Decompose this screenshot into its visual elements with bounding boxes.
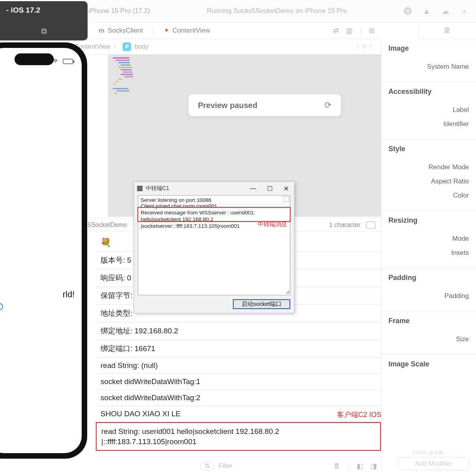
property-badge-icon: P [123,42,131,51]
inspector-section-frame: Frame Size [381,311,476,355]
inspector-row[interactable]: Label [388,103,469,117]
add-editor-icon[interactable]: ⊞ [369,26,375,35]
app-icon [137,186,143,191]
breadcrumb: ✦ ContentView 〉 P body 〈 ⊘ 〉 [61,39,381,55]
log-line: Server listening on port 10086 [141,197,287,203]
minimize-icon[interactable]: — [250,185,256,192]
trash-icon[interactable]: 🗑 [333,462,341,470]
inspector-toggle-cell[interactable]: 🗎 [418,22,476,39]
breadcrumb-item[interactable]: body [134,43,148,50]
nav-cancel-icon: ⊘ [362,42,367,51]
minimap-line [114,93,117,94]
inspector-section-title: Image [388,44,469,53]
inspector-row[interactable]: System Name [388,60,469,74]
file-icon: m [99,27,104,35]
warning-indicator-icon[interactable]: ▲ [423,7,430,16]
keyboard-icon[interactable] [366,221,375,229]
cloud-status-icon[interactable]: ☁ [441,6,449,16]
inspector-row[interactable]: Render Mode [388,160,469,174]
nav-forward-icon[interactable]: 〉 [369,42,375,51]
run-destination-pill[interactable]: - iOS 17.2 ⧉ [0,1,88,40]
minimap-line [124,76,133,77]
minimap-line [113,88,128,89]
dynamic-island [15,53,54,65]
tab-contentview[interactable]: ✦ ContentView [160,24,214,37]
panel-left-icon[interactable]: ◧ [357,462,363,470]
window-button-row: 启动socket端口 [134,295,294,313]
inspector-section-title: Style [388,145,469,153]
inspector-panel: Image System Name Accessibility Label Id… [381,39,476,472]
console-row-highlighted: read String: userid001 hello|socketclien… [96,422,381,451]
watermark: CSDN @沐枫 [412,449,444,456]
reload-icon[interactable]: ⟳ [324,100,331,110]
filter-pill-icon[interactable]: ⇅ [200,461,214,470]
minimap[interactable] [111,56,143,111]
columns-icon[interactable]: ▥ [346,26,353,35]
swift-file-icon: ✦ [164,26,169,35]
minimap-line [118,62,130,63]
inspector-row[interactable]: Mode [388,232,469,246]
breadcrumb-nav: 〈 ⊘ 〉 [353,42,375,51]
tab-separator [153,26,154,35]
wifi-icon: ᯤ [53,57,60,65]
inspector-section-title: Accessibility [388,88,469,96]
minimap-line [117,90,130,91]
inspector-section-title: Frame [388,317,469,325]
sync-icon[interactable]: ⇄ [333,26,339,35]
iphone-simulator-frame: ᯤ rld! [0,42,87,459]
start-socket-button[interactable]: 启动socket端口 [233,299,290,309]
tab-socksclient[interactable]: m SocksClient [95,24,147,37]
add-modifier-button[interactable]: Add Modifier [398,457,469,470]
console-filter-bar[interactable]: ⇅ Filter [200,461,233,470]
filter-label: Filter [219,463,233,470]
error-indicator-icon[interactable]: ✕ [404,7,412,15]
minimap-line [121,64,131,66]
close-icon[interactable]: ✕ [284,185,289,192]
panel-right-icon[interactable]: ◨ [370,462,377,470]
minimap-line [121,74,133,75]
battery-icon [63,59,73,64]
inspector-section-title: Resizing [388,216,469,225]
minimap-line [121,69,132,70]
minimap-line [118,67,132,68]
window-titlebar[interactable]: 中转端C1 — ☐ ✕ [134,182,294,195]
annotation-box-relay [137,207,291,222]
add-tab-icon[interactable]: ＋ [460,6,468,16]
chevron-right-icon: 〉 [113,42,119,51]
inspector-row[interactable]: Color [388,188,469,203]
inspector-row[interactable]: Insets [388,246,469,260]
status-left-label: ks5SocketDemo [81,221,127,229]
minimap-line [123,71,132,73]
window-title: 中转端C1 [146,185,169,192]
tab-label: ContentView [172,27,210,35]
toolbar-run-status: Running Socks5SocketDemo on iPhone 15 Pr… [150,7,404,15]
sim-globe-icon [0,303,3,310]
resize-grip-icon[interactable]: ◢ [286,289,289,294]
inspector-section-image-scale: Image Scale [381,355,476,383]
minimap-line [118,79,122,80]
toolbar-device-label: iPhone 15 Pro (17.2) [88,7,150,15]
inspector-section-style: Style Render Mode Aspect Ratio Color [381,139,476,211]
maximize-icon[interactable]: ☐ [267,185,273,192]
editor-tabbar: m SocksClient ✦ ContentView ⇄ ▥ | ⊞ [88,22,381,39]
toolbar-icon-group: ✕ ▲ ☁ ＋ [404,6,468,16]
console-row: read String: (null) [96,358,381,374]
inspector-row[interactable]: Size [388,332,469,346]
inspector-section-image: Image System Name [381,39,476,82]
nav-back-icon[interactable]: 〈 [353,42,359,51]
minimap-line [113,57,130,59]
iphone-simulator-screen[interactable]: ᯤ rld! [0,48,82,453]
inspector-section-title: Padding [388,274,469,282]
inspector-row[interactable]: Padding [388,289,469,303]
sim-status-icons: ᯤ [53,57,73,65]
inspector-row[interactable]: Aspect Ratio [388,174,469,188]
minimap-line [114,83,116,84]
window-tabs-icon: ⧉ [41,27,47,36]
console-row: 绑定地址: 192.168.80.2 [96,322,381,340]
inspector-row[interactable]: Identifier [388,117,469,131]
scroll-up-icon[interactable] [284,196,289,202]
minimap-line [116,81,119,82]
inspector-section-title: Image Scale [388,360,469,368]
relay-server-window[interactable]: 中转端C1 — ☐ ✕ Server listening on port 100… [134,181,295,313]
console-row: 绑定端口: 16671 [96,340,381,358]
